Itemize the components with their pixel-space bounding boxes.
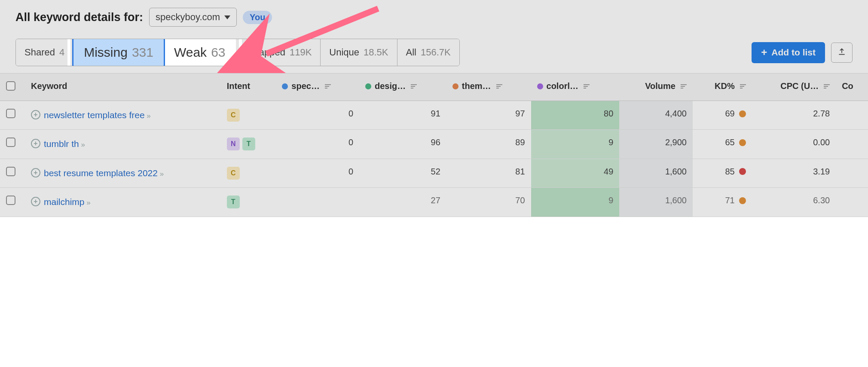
filter-untapped-count: 119K [290, 47, 312, 58]
cell-desig: 91 [359, 101, 446, 130]
filter-segment: Shared 4 Missing 331 Weak 63 Untapped 11… [15, 39, 460, 66]
filter-shared[interactable]: Shared 4 [16, 39, 73, 66]
col-volume[interactable]: Volume [619, 73, 693, 101]
sort-icon [411, 84, 417, 89]
keyword-cell: + best resume templates 2022 » [31, 167, 215, 180]
cell-them: 89 [446, 130, 531, 159]
keyword-cell: + mailchimp » [31, 196, 215, 208]
table-row: + mailchimp » T 27 70 9 1,600 71 6.30 [0, 188, 868, 217]
filter-missing[interactable]: Missing 331 [72, 39, 165, 66]
filter-weak[interactable]: Weak 63 [164, 39, 236, 66]
add-to-list-button[interactable]: Add to list [752, 42, 825, 63]
intent-badge-c: C [227, 167, 240, 180]
domain-value: speckyboy.com [156, 12, 220, 23]
intent-badge-n: N [227, 138, 240, 150]
col-intent[interactable]: Intent [221, 73, 276, 101]
filter-all[interactable]: All 156.7K [397, 39, 459, 66]
chevrons-icon: » [86, 199, 89, 207]
expand-icon[interactable]: + [31, 197, 40, 206]
intent-badges: C [227, 167, 270, 180]
sort-icon [496, 84, 502, 89]
keyword-cell: + newsletter templates free » [31, 109, 215, 122]
filter-all-label: All [406, 47, 416, 58]
kd-dot-icon [739, 139, 746, 146]
sort-icon [325, 84, 331, 89]
cell-kd: 69 [693, 101, 752, 130]
export-button[interactable] [831, 43, 853, 63]
keyword-link[interactable]: tumblr th » [44, 138, 83, 150]
cell-desig: 27 [359, 188, 446, 217]
cell-co [836, 159, 868, 187]
filter-unique[interactable]: Unique 18.5K [321, 39, 397, 66]
col-desig-label: desig… [375, 81, 406, 91]
highlight-missing-weak: Missing 331 Weak 63 [73, 39, 235, 66]
keyword-link[interactable]: best resume templates 2022 » [44, 167, 162, 180]
sort-desc-icon [681, 84, 687, 89]
col-kd-label: KD% [715, 81, 735, 91]
right-actions: Add to list [752, 42, 853, 63]
filter-unique-count: 18.5K [364, 47, 388, 58]
cell-co [836, 101, 868, 130]
cell-them: 70 [446, 188, 531, 217]
chevron-down-icon [224, 15, 230, 19]
you-badge: You [243, 11, 272, 24]
filter-untapped-label: Untapped [245, 47, 285, 58]
expand-icon[interactable]: + [31, 110, 40, 119]
filter-unique-label: Unique [329, 47, 359, 58]
cell-kd: 65 [693, 130, 752, 159]
row-checkbox[interactable] [6, 167, 15, 176]
col-keyword[interactable]: Keyword [25, 73, 221, 101]
cell-co [836, 130, 868, 159]
col-them-label: them… [462, 81, 491, 91]
row-checkbox[interactable] [6, 196, 15, 205]
cell-kd: 71 [693, 188, 752, 217]
intent-badges: NT [227, 138, 270, 150]
dot-icon [452, 83, 458, 89]
filter-missing-count: 331 [132, 45, 153, 60]
col-cpc[interactable]: CPC (U… [752, 73, 836, 101]
sort-icon [740, 84, 746, 89]
filter-untapped[interactable]: Untapped 119K [236, 39, 321, 66]
intent-badges: C [227, 109, 270, 122]
sort-icon [824, 84, 830, 89]
col-co[interactable]: Co [836, 73, 868, 101]
cell-volume: 4,400 [619, 101, 693, 130]
cell-desig: 52 [359, 159, 446, 187]
col-spec[interactable]: spec… [276, 73, 359, 101]
row-checkbox[interactable] [6, 138, 15, 147]
row-checkbox[interactable] [6, 109, 15, 118]
cell-volume: 1,600 [619, 188, 693, 217]
toolbar: Shared 4 Missing 331 Weak 63 Untapped 11… [0, 27, 868, 73]
cell-co [836, 188, 868, 217]
sort-icon [584, 84, 590, 89]
filter-shared-count: 4 [59, 47, 64, 58]
col-colorl[interactable]: colorl… [531, 73, 620, 101]
cell-desig: 96 [359, 130, 446, 159]
col-kd[interactable]: KD% [693, 73, 752, 101]
cell-cpc: 6.30 [752, 188, 836, 217]
col-desig[interactable]: desig… [359, 73, 446, 101]
cell-volume: 1,600 [619, 159, 693, 187]
checkbox-all[interactable] [6, 81, 15, 91]
keyword-link[interactable]: newsletter templates free » [44, 109, 149, 122]
domain-dropdown[interactable]: speckyboy.com [149, 8, 237, 27]
kd-dot-icon [739, 168, 746, 175]
cell-colorl: 9 [531, 188, 620, 217]
add-to-list-label: Add to list [771, 47, 816, 58]
keyword-table: Keyword Intent spec… desig… them… colorl… [0, 73, 868, 217]
plus-icon [761, 47, 767, 58]
filter-weak-count: 63 [211, 45, 225, 60]
table-row: + newsletter templates free » C 0 91 97 … [0, 101, 868, 130]
expand-icon[interactable]: + [31, 139, 40, 148]
cell-spec: 0 [276, 130, 359, 159]
cell-cpc: 2.78 [752, 101, 836, 130]
filter-all-count: 156.7K [421, 47, 451, 58]
page-title: All keyword details for: [15, 11, 143, 24]
cell-spec: 0 [276, 159, 359, 187]
cell-colorl: 9 [531, 130, 620, 159]
expand-icon[interactable]: + [31, 168, 40, 177]
cell-colorl: 49 [531, 159, 620, 187]
table-header-row: Keyword Intent spec… desig… them… colorl… [0, 73, 868, 101]
keyword-link[interactable]: mailchimp » [44, 196, 89, 208]
col-them[interactable]: them… [446, 73, 531, 101]
